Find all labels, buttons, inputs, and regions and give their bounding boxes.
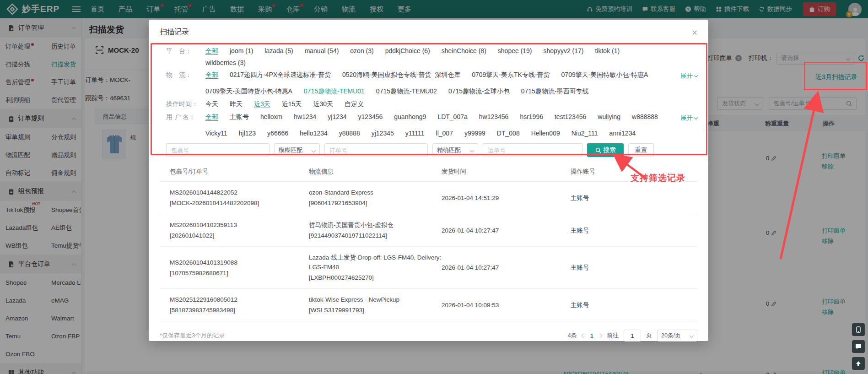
filter-option[interactable]: shopyyv2 (17) xyxy=(544,47,584,55)
filter-option[interactable]: 今天 xyxy=(205,100,218,108)
filter-option[interactable]: 全部 xyxy=(205,113,218,121)
chevron-down-icon xyxy=(694,116,698,119)
next-page-icon[interactable] xyxy=(598,333,603,338)
filter-option[interactable]: helloxm xyxy=(260,113,282,121)
waybill-no: [WSLS3179991793] xyxy=(309,305,442,315)
page-size-select[interactable]: 20条/页 xyxy=(657,330,697,341)
filter-option[interactable]: 0715趣物流-TEMU01 xyxy=(304,87,365,96)
filter-option[interactable]: tiktok (1) xyxy=(595,47,620,55)
filter-option[interactable]: ll_007 xyxy=(436,130,453,137)
filter-option[interactable]: test123456 xyxy=(555,113,586,121)
expand-link-user[interactable]: 展开 xyxy=(680,114,697,122)
prev-page-icon[interactable] xyxy=(581,333,586,338)
current-page[interactable]: 1 xyxy=(590,332,593,339)
filter-option[interactable]: shopee (19) xyxy=(498,47,532,55)
waybill-no-input[interactable] xyxy=(483,143,582,157)
exact-match-select[interactable]: 精确匹配 xyxy=(432,143,478,157)
filter-option[interactable]: y66666 xyxy=(267,130,288,137)
filter-option[interactable]: sheinChoice (8) xyxy=(442,47,486,55)
filter-option[interactable]: 0709擎天-美东TK专线-普货 xyxy=(472,71,550,79)
modal-title: 扫描记录 xyxy=(160,27,189,37)
filter-option[interactable]: 0715趣物流-全球小包 xyxy=(448,87,510,96)
filter-option[interactable]: 近3天 xyxy=(254,100,270,108)
goto-label: 前往 xyxy=(607,331,619,340)
filter-option[interactable]: joom (1) xyxy=(230,47,253,55)
filter-option[interactable]: wildberries (3) xyxy=(205,59,246,66)
filter-option[interactable]: yj12345 xyxy=(372,130,394,137)
fuzzy-match-select[interactable]: 模糊匹配 xyxy=(274,143,320,157)
filter-option[interactable]: 0715趣物流-墨西哥专线 xyxy=(521,87,589,96)
filter-option[interactable]: yj1234 xyxy=(328,113,346,121)
order-no-input[interactable] xyxy=(324,143,428,157)
filter-option[interactable]: 主账号 xyxy=(230,113,249,121)
logistics-name: Lazada-线上发货-Drop-off: LGS-FM40, Delivery… xyxy=(309,253,442,272)
filter-option[interactable]: 0217递四方-4PX全球速递标准-普货 xyxy=(230,71,331,79)
filter-option[interactable]: 0520海鸥-美国虚拟仓专线-普货_深圳仓库 xyxy=(342,71,460,79)
screen: 妙手ERP 首页产品订单托管广告数据采购仓库分销物流授权更多 免费预约培训联系客… xyxy=(0,0,868,374)
filter-label-platform: 平 台： xyxy=(166,47,205,55)
table-col-header: 发货时间 xyxy=(442,168,571,176)
filter-option[interactable]: hsr1996 xyxy=(520,113,543,121)
device-tool-icon[interactable] xyxy=(852,323,865,336)
page-number-input[interactable] xyxy=(624,330,641,341)
filter-option[interactable]: w888888 xyxy=(632,113,658,121)
chevron-down-icon xyxy=(470,148,474,152)
fuzzy-match-value: 模糊匹配 xyxy=(279,146,302,154)
filter-option[interactable]: hw1234 xyxy=(294,113,316,121)
filter-option[interactable]: 全部 xyxy=(205,71,218,79)
filter-row-logistics: 物 流：全部0217递四方-4PX全球速递标准-普货0520海鸥-美国虚拟仓专线… xyxy=(166,69,698,98)
cell-logistics: 哲马物流-美国普货小包-虚拟仓[9214490374019711022114] xyxy=(309,220,442,240)
filter-option[interactable]: ozon (3) xyxy=(350,47,373,55)
cell-package-order: MS20260104101319088[1070575982680671] xyxy=(160,258,309,278)
package-no-input[interactable] xyxy=(166,143,270,157)
filter-option[interactable]: DT_008 xyxy=(497,130,520,137)
filter-option[interactable]: hjl123 xyxy=(239,130,256,137)
filter-option[interactable]: pddkjChoice (6) xyxy=(385,47,430,55)
table-header-row: 包裹号/订单号物流信息发货时间操作账号 xyxy=(160,163,697,182)
page-unit-label: 页 xyxy=(646,331,652,340)
filter-option[interactable]: Vicky11 xyxy=(205,130,227,137)
filter-option[interactable]: 0709擎天-美国特货小包-特惠A xyxy=(205,87,292,96)
filter-option[interactable]: hw123456 xyxy=(479,113,509,121)
filter-row-platform: 平 台：全部joom (1)lazada (5)manual (54)ozon … xyxy=(166,45,698,69)
filter-option[interactable]: 近30天 xyxy=(313,100,333,108)
retention-note: *仅保存最近3个月的记录 xyxy=(160,331,225,340)
filter-option[interactable]: Hellen009 xyxy=(531,130,560,137)
scroll-top-icon[interactable] xyxy=(852,357,865,370)
filter-option[interactable]: 近15天 xyxy=(282,100,302,108)
filter-option[interactable]: y11111 xyxy=(405,130,425,137)
table-col-header: 包裹号/订单号 xyxy=(160,168,309,176)
filter-option[interactable]: 自定义 xyxy=(345,100,364,108)
cell-package-order: MS20260104102359113[202601041022] xyxy=(160,220,309,240)
filter-option[interactable]: 0709擎天-美国特敏小包-特惠A xyxy=(561,71,648,79)
filter-option[interactable]: anni1234 xyxy=(609,130,636,137)
filter-option[interactable]: 昨天 xyxy=(230,100,243,108)
expand-link-logistics[interactable]: 展开 xyxy=(680,72,697,80)
reset-button[interactable]: 重置 xyxy=(628,143,654,157)
filter-option[interactable]: y123456 xyxy=(358,113,383,121)
search-button[interactable]: 搜索 xyxy=(587,143,624,157)
filter-option[interactable]: y99999 xyxy=(464,130,485,137)
table-row: MS20260104144822052[MOCK-202601041448220… xyxy=(160,182,697,214)
table-col-header: 操作账号 xyxy=(571,168,697,176)
chat-tool-icon[interactable] xyxy=(852,340,865,353)
filter-option[interactable]: manual (54) xyxy=(305,47,339,55)
cell-account: 主账号 xyxy=(571,263,697,272)
filter-option[interactable]: 0715趣物流-TEMU02 xyxy=(376,87,437,96)
filter-option[interactable]: lazada (5) xyxy=(264,47,293,55)
close-icon[interactable]: × xyxy=(692,28,697,37)
filter-option[interactable]: 全部 xyxy=(205,47,218,55)
cell-account: 主账号 xyxy=(571,300,697,310)
filter-option[interactable]: LDT_007a xyxy=(437,113,467,121)
cell-logistics: Lazada-线上发货-Drop-off: LGS-FM40, Delivery… xyxy=(309,253,442,282)
cell-ship-time: 2026-01-04 14:51:29 xyxy=(442,193,571,203)
table-row: MS20251229160805012[581873983745983498]t… xyxy=(160,289,697,321)
filter-option[interactable]: wuliying xyxy=(598,113,620,121)
filter-option[interactable]: Niu2_111 xyxy=(571,130,598,137)
filter-option[interactable]: y88888 xyxy=(339,130,360,137)
pagination: 4条 1 前往 页 20条/页 xyxy=(568,330,697,341)
logistics-name: tiktok-Wise Express - NewPickup xyxy=(309,295,442,304)
order-no: [1070575982680671] xyxy=(170,268,309,278)
filter-option[interactable]: hello1234 xyxy=(300,130,328,137)
filter-option[interactable]: guanhong9 xyxy=(394,113,426,121)
